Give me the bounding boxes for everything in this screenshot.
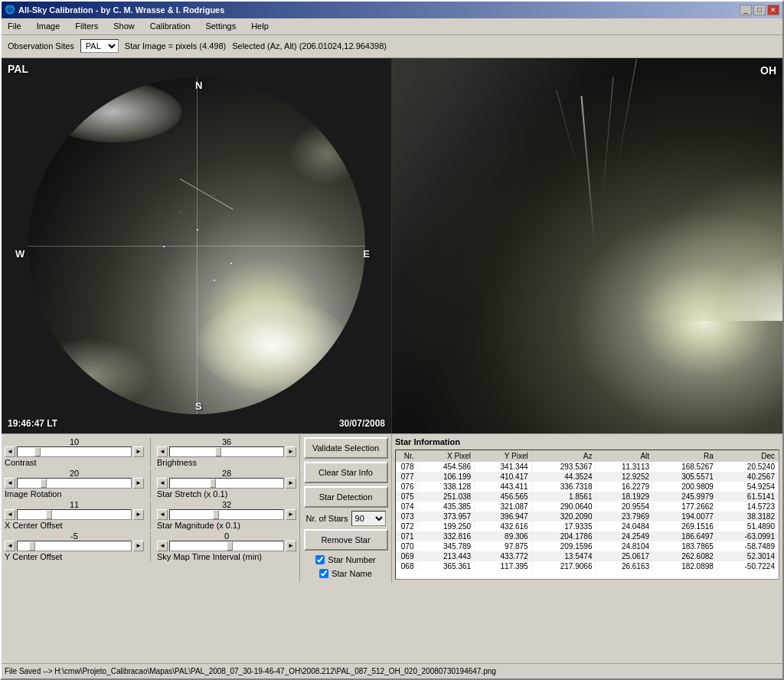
image-rotation-right-arrow[interactable]: ► <box>133 478 144 489</box>
table-cell-az: 13.5474 <box>531 551 596 561</box>
star-detection-button[interactable]: Star Detection <box>304 486 388 508</box>
star-magnitude-left-arrow[interactable]: ◄ <box>157 509 168 520</box>
sky-map-left-arrow[interactable]: ◄ <box>157 541 168 551</box>
remove-star-button[interactable]: Remove Star <box>304 529 388 551</box>
table-cell-x: 251.038 <box>417 492 475 502</box>
menubar: File Image Filters Show Calibration Sett… <box>2 18 782 35</box>
star-name-checkbox[interactable] <box>319 569 328 578</box>
close-button[interactable]: ✕ <box>767 5 779 15</box>
table-cell-az: 1.8561 <box>531 492 596 502</box>
table-row: 074435.385321.087290.064020.9554177.2662… <box>396 502 779 512</box>
brightness-left-arrow[interactable]: ◄ <box>157 446 168 457</box>
brightness-right-arrow[interactable]: ► <box>286 446 296 457</box>
table-row: 075251.038456.5651.856118.1929245.997961… <box>396 492 779 502</box>
star-info-panel: Star Information Nr. X Pixel Y Pixel Az … <box>392 434 782 583</box>
statusbar-text: File Saved --> H:\cmw\Projeto_Calibracao… <box>5 667 496 675</box>
nr-of-stars-select[interactable]: 90 50 100 150 200 <box>351 511 386 526</box>
selected-status: Selected (Az, Alt) (206.01024,12.964398) <box>232 41 387 51</box>
oh-image[interactable]: OH <box>392 58 782 433</box>
image-rotation-bar[interactable] <box>17 478 132 489</box>
contrast-bar[interactable] <box>17 446 132 457</box>
menu-image[interactable]: Image <box>34 21 64 31</box>
star-table-container[interactable]: Nr. X Pixel Y Pixel Az Alt Ra Dec 078454… <box>395 450 779 580</box>
brightness-label: Brightness <box>157 458 296 467</box>
star-number-checkbox[interactable] <box>315 555 325 564</box>
brightness-value: 36 <box>157 437 296 446</box>
image-rotation-left-arrow[interactable]: ◄ <box>5 478 15 489</box>
contrast-right-arrow[interactable]: ► <box>133 446 144 457</box>
menu-calibration[interactable]: Calibration <box>147 21 194 31</box>
table-cell-alt: 24.2549 <box>596 531 653 541</box>
obs-sites-select[interactable]: PAL OH <box>80 39 119 53</box>
table-row: 071332.81689.306204.178624.2549186.6497-… <box>396 531 779 541</box>
minimize-button[interactable]: _ <box>740 5 752 15</box>
star-magnitude-right-arrow[interactable]: ► <box>286 509 296 520</box>
table-cell-ra: 182.0898 <box>653 561 717 571</box>
table-cell-nr: 074 <box>396 502 417 512</box>
y-center-left-arrow[interactable]: ◄ <box>5 541 15 551</box>
table-cell-nr: 068 <box>396 561 417 571</box>
menu-file[interactable]: File <box>5 21 24 31</box>
col-header-alt: Alt <box>596 450 653 462</box>
table-cell-x: 345.789 <box>417 541 475 551</box>
table-cell-y: 410.417 <box>475 472 532 482</box>
menu-settings[interactable]: Settings <box>202 21 239 31</box>
table-cell-dec: -50.7224 <box>717 561 778 571</box>
app-icon: 🌐 <box>5 5 15 15</box>
table-cell-alt: 24.8104 <box>596 541 653 551</box>
x-center-bar[interactable] <box>17 509 132 520</box>
maximize-button[interactable]: □ <box>753 5 766 15</box>
star-magnitude-label: Star Magnitude (x 0.1) <box>157 521 296 530</box>
x-center-left-arrow[interactable]: ◄ <box>5 509 15 520</box>
table-cell-y: 456.565 <box>475 492 532 502</box>
col-header-y: Y Pixel <box>475 450 532 462</box>
table-cell-ra: 194.0077 <box>653 512 717 521</box>
table-cell-y: 321.087 <box>475 502 532 512</box>
toolbar: Observation Sites PAL OH Star Image = pi… <box>2 35 782 58</box>
table-cell-x: 365.361 <box>417 561 475 571</box>
contrast-left-arrow[interactable]: ◄ <box>5 446 15 457</box>
table-row: 069213.443433.77213.547425.0617262.60825… <box>396 551 779 561</box>
validate-selection-button[interactable]: Validate Selection <box>304 437 388 459</box>
menu-show[interactable]: Show <box>110 21 138 31</box>
star-stretch-left-arrow[interactable]: ◄ <box>157 478 168 489</box>
timestamp-right: 30/07/2008 <box>339 418 385 429</box>
sky-map-right-arrow[interactable]: ► <box>286 541 296 551</box>
image-area: N S E W PAL 19:46:47 LT 30/07/2008 OH <box>2 58 782 433</box>
table-cell-dec: -63.0991 <box>717 531 778 541</box>
nr-of-stars-label: Nr. of Stars <box>305 514 348 523</box>
table-cell-ra: 200.9809 <box>653 482 717 492</box>
table-cell-y: 341.344 <box>475 462 532 472</box>
table-cell-ra: 177.2662 <box>653 502 717 512</box>
table-cell-nr: 071 <box>396 531 417 541</box>
menu-filters[interactable]: Filters <box>72 21 101 31</box>
menu-help[interactable]: Help <box>248 21 272 31</box>
table-cell-nr: 073 <box>396 512 417 521</box>
table-cell-y: 396.947 <box>475 512 532 521</box>
allsky-image[interactable]: N S E W PAL 19:46:47 LT 30/07/2008 <box>2 58 392 433</box>
x-center-label: X Center Offset <box>5 521 144 530</box>
compass-e: E <box>363 248 370 260</box>
x-center-right-arrow[interactable]: ► <box>133 509 144 520</box>
star-stretch-bar[interactable] <box>169 478 284 489</box>
table-cell-alt: 11.3113 <box>596 462 653 472</box>
y-center-bar[interactable] <box>17 541 132 551</box>
main-content: N S E W PAL 19:46:47 LT 30/07/2008 OH <box>2 58 782 663</box>
sky-map-value: 0 <box>157 531 296 541</box>
sky-map-label: Sky Map Time Interval (min) <box>157 552 296 561</box>
sky-map-bar[interactable] <box>169 541 284 551</box>
brightness-bar[interactable] <box>169 446 284 457</box>
table-row: 068365.361117.395217.906626.6163182.0898… <box>396 561 779 571</box>
image-rotation-label: Image Rotation <box>5 489 144 499</box>
table-cell-alt: 23.7969 <box>596 512 653 521</box>
clear-star-info-button[interactable]: Clear Star Info <box>304 462 388 483</box>
table-cell-x: 332.816 <box>417 531 475 541</box>
main-window: 🌐 All-Sky Calibration - by C. M. Wrasse … <box>0 0 784 680</box>
table-cell-ra: 186.6497 <box>653 531 717 541</box>
right-image-label: OH <box>760 64 776 77</box>
star-stretch-right-arrow[interactable]: ► <box>286 478 296 489</box>
table-cell-alt: 26.6163 <box>596 561 653 571</box>
star-magnitude-bar[interactable] <box>169 509 284 520</box>
y-center-right-arrow[interactable]: ► <box>133 541 144 551</box>
table-row: 070345.78997.875209.159624.8104183.7865-… <box>396 541 779 551</box>
